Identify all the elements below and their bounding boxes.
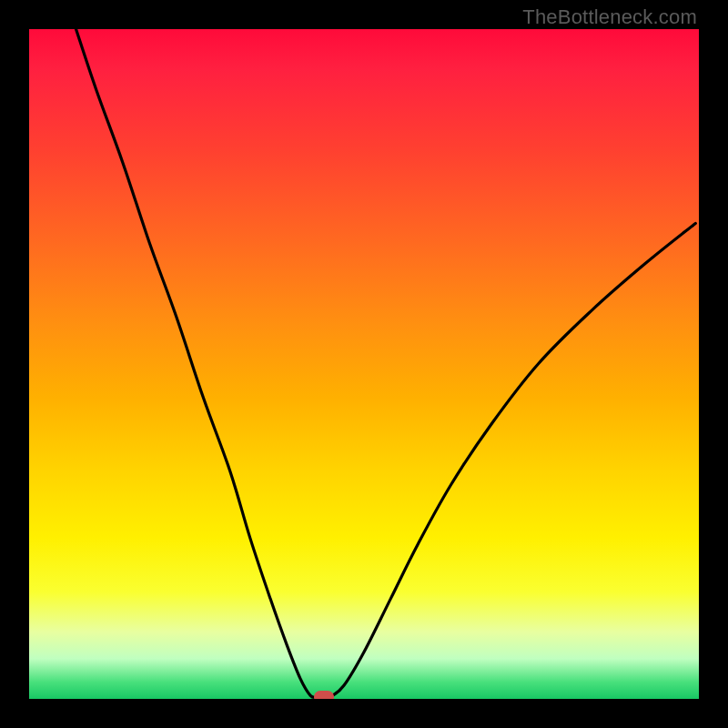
plot-area [29, 29, 699, 699]
watermark-text: TheBottleneck.com [522, 5, 697, 29]
optimum-marker [314, 691, 334, 699]
bottleneck-curve [29, 29, 699, 699]
